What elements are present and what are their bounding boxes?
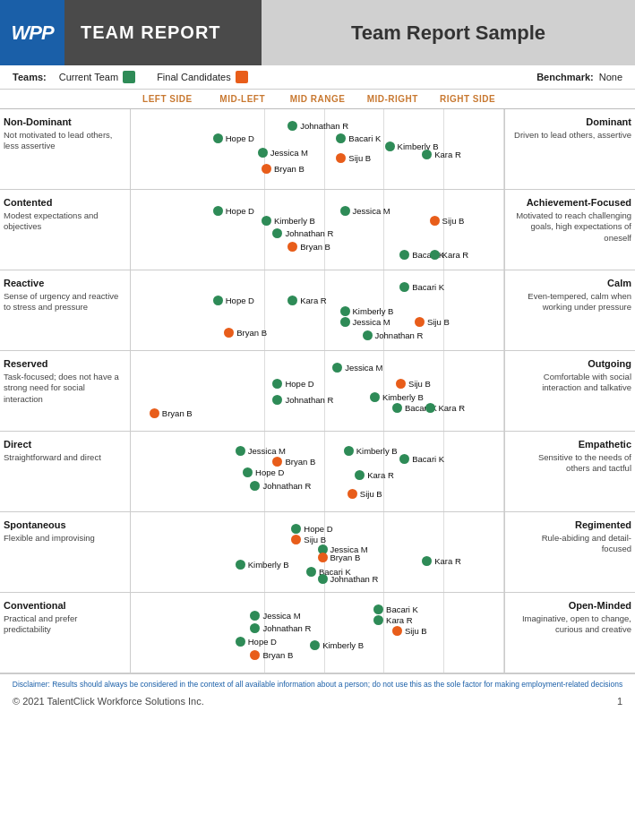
person-circle — [262, 164, 271, 174]
person-circle — [213, 296, 223, 305]
col-zone-label: LEFT SIDE — [130, 94, 205, 104]
person-name: Jessica M — [345, 363, 382, 373]
person-circle — [287, 121, 297, 131]
trait-right-title: Open-Minded — [512, 600, 631, 611]
trait-chart: Hope DJessica MKimberly BJohnathan RSiju… — [130, 190, 505, 270]
person-dot: Kara R — [287, 296, 327, 305]
trait-left-title: Reserved — [4, 358, 123, 369]
person-name: Johnathan R — [375, 330, 424, 340]
trait-right-label: Open-Minded Imaginative, open to change,… — [505, 593, 635, 673]
benchmark-area: Benchmark: None — [536, 72, 622, 82]
trait-left-label: Conventional Practical and prefer predic… — [0, 593, 130, 673]
person-circle — [310, 640, 320, 650]
person-name: Bryan B — [236, 328, 267, 338]
person-dot: Kara R — [425, 403, 465, 413]
person-circle — [344, 446, 354, 456]
trait-right-desc: Rule-abiding and detail-focused — [512, 533, 631, 555]
person-name: Johnathan R — [300, 121, 348, 131]
person-circle — [373, 615, 383, 625]
person-name: Kimberly B — [248, 560, 289, 570]
person-circle — [250, 623, 260, 633]
person-name: Kara R — [442, 250, 469, 260]
section-label-area: TEAM REPORT — [64, 0, 262, 65]
person-circle — [336, 153, 346, 163]
person-name: Kimberly B — [356, 446, 398, 456]
person-name: Kara R — [386, 615, 413, 625]
person-name: Siju B — [304, 535, 326, 544]
person-circle — [262, 216, 271, 226]
person-name: Kimberly B — [382, 392, 424, 402]
person-dot: Jessica M — [332, 363, 382, 373]
person-circle — [373, 604, 383, 614]
person-circle — [340, 306, 350, 316]
person-dot: Siju B — [291, 535, 326, 544]
person-dot: Jessica M — [250, 611, 300, 621]
person-circle — [340, 317, 350, 327]
trait-left-title: Direct — [4, 439, 123, 450]
person-circle — [318, 574, 328, 584]
report-title: Team Report Sample — [262, 0, 635, 65]
person-name: Siju B — [408, 379, 431, 389]
col-zone-label: MID-RIGHT — [355, 94, 430, 104]
trait-left-desc: Flexible and improvising — [4, 533, 123, 544]
person-circle — [258, 148, 268, 158]
footer: © 2021 TalentClick Workforce Solutions I… — [0, 691, 635, 714]
trait-row: Non-Dominant Not motivated to lead other… — [0, 109, 635, 190]
current-team-label: Current Team — [59, 72, 118, 82]
trait-right-title: Empathetic — [512, 439, 631, 450]
person-dot: Kara R — [355, 470, 394, 480]
trait-right-label: Calm Even-tempered, calm when working un… — [505, 270, 635, 350]
trait-right-label: Dominant Driven to lead others, assertiv… — [505, 109, 635, 189]
person-name: Jessica M — [353, 206, 390, 216]
person-dot: Hope D — [213, 296, 254, 305]
person-dot: Bryan B — [150, 408, 193, 418]
person-name: Bacari K — [412, 454, 444, 464]
person-dot: Siju B — [392, 626, 427, 636]
col-zone-label: MID RANGE — [280, 94, 356, 104]
person-dot: Hope D — [243, 467, 284, 477]
person-circle — [399, 454, 409, 464]
person-circle — [306, 567, 316, 577]
person-dot: Johnathan R — [250, 623, 311, 633]
trait-chart: Bacari KJessica MKara RJohnathan RSiju B… — [130, 593, 505, 673]
person-circle — [392, 403, 402, 413]
person-name: Hope D — [226, 296, 254, 305]
column-headers: LEFT SIDEMID-LEFTMID RANGEMID-RIGHTRIGHT… — [0, 90, 635, 109]
trait-right-desc: Motivated to reach challenging goals, hi… — [512, 210, 631, 244]
person-dot: Kimberly B — [236, 560, 289, 570]
person-name: Jessica M — [270, 148, 308, 158]
trait-right-desc: Imaginative, open to change, curious and… — [512, 613, 631, 636]
trait-chart: Jessica MHope DSiju BJohnathan RKimberly… — [130, 351, 505, 431]
person-circle — [363, 330, 373, 340]
trait-row: Direct Straightforward and directJessica… — [0, 432, 635, 512]
person-name: Jessica M — [262, 611, 300, 621]
person-circle — [399, 250, 409, 260]
person-circle — [236, 446, 245, 456]
person-dot: Johnathan R — [363, 330, 424, 340]
person-circle — [272, 457, 282, 467]
person-circle — [272, 228, 282, 238]
person-name: Hope D — [226, 133, 254, 143]
person-circle — [250, 481, 260, 491]
person-name: Kara R — [367, 470, 394, 480]
trait-row: Contented Modest expectations and object… — [0, 190, 635, 270]
person-circle — [224, 328, 234, 338]
person-dot: Siju B — [348, 489, 382, 499]
final-candidates-dot — [236, 71, 248, 83]
final-candidates-item: Final Candidates — [157, 71, 248, 83]
person-circle — [213, 133, 223, 143]
person-circle — [272, 379, 282, 389]
person-dot: Kara R — [430, 250, 469, 260]
person-name: Hope D — [248, 637, 277, 647]
person-circle — [399, 282, 409, 292]
person-dot: Hope D — [236, 637, 277, 647]
person-name: Bryan B — [330, 553, 361, 562]
trait-chart: Jessica MKimberly BBryan BBacari KHope D… — [130, 432, 505, 511]
trait-right-label: Regimented Rule-abiding and detail-focus… — [505, 512, 635, 592]
logo-area: WPP — [0, 0, 64, 65]
person-dot: Bacari K — [336, 133, 381, 143]
trait-left-label: Non-Dominant Not motivated to lead other… — [0, 109, 130, 189]
col-zone-label: RIGHT SIDE — [430, 94, 505, 104]
person-dot: Bacari K — [399, 282, 444, 292]
trait-right-title: Dominant — [512, 116, 631, 127]
